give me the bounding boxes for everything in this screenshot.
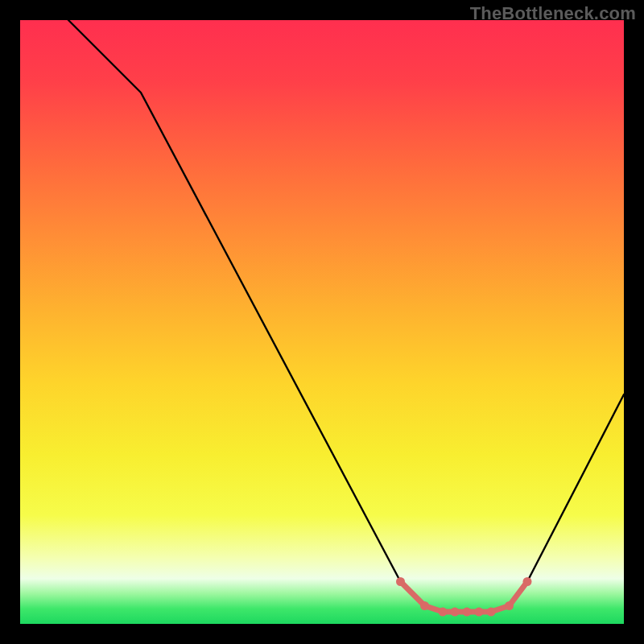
optimal-zone-dot [475,608,484,617]
optimal-zone-dot [463,608,472,617]
optimal-zone-dot [487,608,496,617]
plot-area [20,20,624,624]
curve-svg [20,20,624,624]
optimal-zone-dot [505,601,514,610]
chart-container: TheBottleneck.com [0,0,644,644]
optimal-zone-dot [439,608,448,617]
bottleneck-curve [68,20,624,612]
optimal-zone-dot [523,577,532,586]
optimal-zone-dot [396,577,405,586]
optimal-zone-dot [420,601,429,610]
optimal-zone-dot [451,608,460,617]
